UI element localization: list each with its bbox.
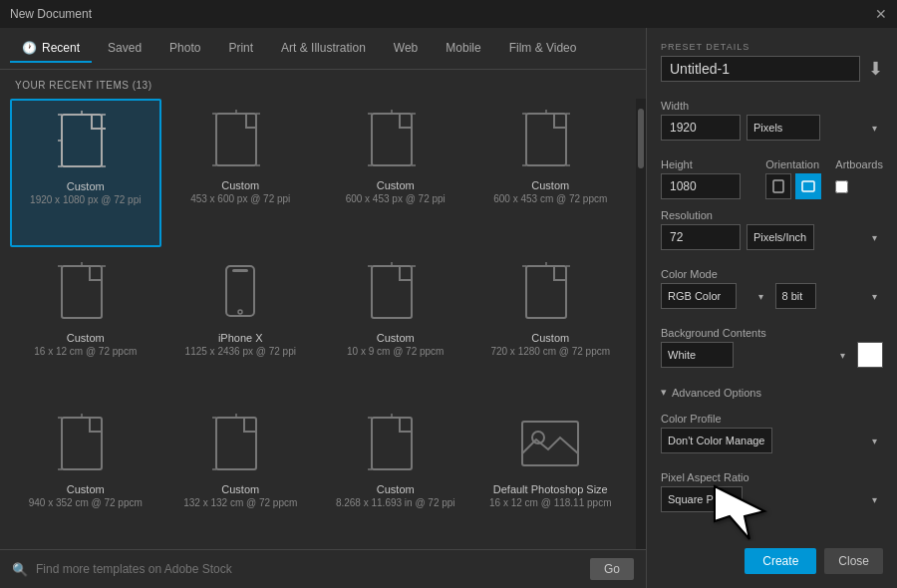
resolution-unit-select[interactable]: Pixels/Inch Pixels/Cm	[747, 224, 814, 250]
height-label: Height	[661, 158, 751, 170]
bg-color-swatch[interactable]	[857, 342, 883, 368]
list-item[interactable]: Custom 1920 x 1080 px @ 72 ppi	[10, 99, 161, 247]
scroll-thumb	[638, 109, 644, 168]
phone-icon	[208, 262, 272, 326]
landscape-button[interactable]	[795, 173, 821, 199]
svg-point-31	[238, 310, 242, 314]
color-profile-select[interactable]: Don't Color Manage sRGB	[661, 428, 772, 453]
svg-rect-0	[62, 115, 102, 166]
svg-rect-36	[526, 266, 566, 318]
item-label: Default Photoshop Size	[493, 483, 608, 495]
svg-rect-19	[526, 114, 566, 165]
width-label: Width	[661, 100, 883, 112]
search-bar: 🔍 Go	[0, 549, 646, 588]
tab-saved[interactable]: Saved	[96, 35, 153, 63]
tab-film[interactable]: Film & Video	[497, 35, 589, 63]
left-panel: 🕐 Recent Saved Photo Print Art & Illustr…	[0, 28, 646, 588]
item-sublabel: 600 x 453 px @ 72 ppi	[346, 193, 446, 204]
scrollbar[interactable]	[636, 99, 646, 549]
list-item[interactable]: Custom 16 x 12 cm @ 72 ppcm	[10, 251, 161, 398]
tab-art[interactable]: Art & Illustration	[269, 35, 378, 63]
tab-web[interactable]: Web	[382, 35, 430, 63]
list-item[interactable]: Custom 10 x 9 cm @ 72 ppcm	[320, 251, 471, 398]
artboards-checkbox[interactable]	[835, 180, 848, 193]
document-icon	[54, 262, 118, 326]
svg-rect-40	[62, 418, 102, 469]
item-label: Custom	[67, 483, 105, 495]
item-sublabel: 720 x 1280 cm @ 72 ppcm	[490, 346, 610, 357]
recent-header: YOUR RECENT ITEMS (13)	[0, 70, 646, 99]
list-item[interactable]: Default Photoshop Size 16 x 12 cm @ 118.…	[475, 403, 627, 549]
search-icon: 🔍	[12, 562, 28, 577]
document-icon	[518, 110, 582, 173]
width-unit-select[interactable]: Pixels Inches Centimeters	[747, 115, 820, 141]
svg-rect-44	[216, 418, 256, 469]
resolution-label: Resolution	[661, 209, 883, 221]
tab-print[interactable]: Print	[216, 35, 265, 63]
document-icon	[518, 262, 582, 326]
item-label: Custom	[221, 179, 259, 191]
height-input[interactable]	[661, 173, 741, 199]
document-icon	[208, 110, 272, 173]
title-bar: New Document ✕	[0, 0, 897, 28]
item-sublabel: 16 x 12 cm @ 118.11 ppcm	[489, 497, 611, 508]
resolution-input[interactable]	[661, 224, 741, 250]
tab-mobile[interactable]: Mobile	[434, 35, 492, 63]
portrait-button[interactable]	[765, 173, 791, 199]
right-panel: PRESET DETAILS ⬇ Width Pixels Inches Cen…	[646, 28, 897, 588]
bg-contents-select[interactable]: White Black Transparent	[661, 342, 734, 368]
preset-title-input[interactable]	[661, 56, 860, 82]
item-label: Custom	[67, 332, 105, 344]
item-label: Custom	[67, 180, 105, 192]
list-item[interactable]: Custom 720 x 1280 cm @ 72 ppcm	[475, 251, 627, 398]
document-icon	[364, 110, 428, 173]
list-item[interactable]: Custom 453 x 600 px @ 72 ppi	[165, 99, 317, 247]
tab-recent[interactable]: 🕐 Recent	[10, 35, 92, 63]
color-depth-select[interactable]: 8 bit 16 bit 32 bit	[775, 283, 816, 309]
svg-rect-48	[372, 418, 412, 469]
svg-rect-54	[773, 180, 783, 192]
svg-rect-32	[372, 266, 412, 318]
item-label: Custom	[377, 179, 415, 191]
item-sublabel: 940 x 352 cm @ 72 ppcm	[29, 497, 143, 508]
width-input[interactable]	[661, 115, 741, 141]
list-item[interactable]: Custom 600 x 453 cm @ 72 ppcm	[475, 99, 627, 247]
item-label: iPhone X	[218, 332, 263, 344]
list-item[interactable]: Custom 132 x 132 cm @ 72 ppcm	[165, 403, 317, 549]
svg-rect-55	[802, 181, 814, 191]
search-input[interactable]	[36, 562, 582, 576]
items-grid: Custom 1920 x 1080 px @ 72 ppi Custom	[0, 99, 636, 549]
bottom-buttons: Create Close	[661, 540, 883, 574]
item-label: Custom	[377, 483, 415, 495]
list-item[interactable]: Custom 940 x 352 cm @ 72 ppcm	[10, 403, 161, 549]
create-button[interactable]: Create	[745, 548, 816, 574]
go-button[interactable]: Go	[590, 558, 634, 580]
window-close-button[interactable]: ✕	[875, 6, 887, 22]
list-item[interactable]: Custom 600 x 453 px @ 72 ppi	[320, 99, 471, 247]
main-container: 🕐 Recent Saved Photo Print Art & Illustr…	[0, 28, 897, 588]
item-sublabel: 1920 x 1080 px @ 72 ppi	[30, 194, 141, 205]
close-button[interactable]: Close	[824, 548, 883, 574]
advanced-options-toggle[interactable]: ▾ Advanced Options	[661, 386, 883, 399]
list-item[interactable]: iPhone X 1125 x 2436 px @ 72 ppi	[165, 251, 317, 398]
recent-clock-icon: 🕐	[22, 41, 37, 55]
pixel-aspect-select[interactable]: Square Pixels	[661, 486, 743, 512]
item-sublabel: 1125 x 2436 px @ 72 ppi	[185, 346, 296, 357]
bg-contents-label: Background Contents	[661, 327, 883, 339]
pixel-aspect-label: Pixel Aspect Ratio	[661, 471, 883, 483]
svg-rect-29	[226, 266, 254, 316]
color-profile-label: Color Profile	[661, 413, 883, 425]
document-icon	[54, 414, 118, 477]
item-label: Custom	[221, 483, 259, 495]
document-icon	[364, 262, 428, 326]
svg-rect-13	[372, 114, 412, 165]
tab-photo[interactable]: Photo	[157, 35, 212, 63]
item-label: Custom	[531, 179, 569, 191]
save-preset-icon[interactable]: ⬇	[868, 58, 883, 80]
item-sublabel: 132 x 132 cm @ 72 ppcm	[183, 497, 297, 508]
color-mode-select[interactable]: RGB Color CMYK Color Grayscale	[661, 283, 737, 309]
svg-rect-52	[522, 422, 578, 465]
tabs-bar: 🕐 Recent Saved Photo Print Art & Illustr…	[0, 28, 646, 70]
item-sublabel: 453 x 600 px @ 72 ppi	[190, 193, 290, 204]
list-item[interactable]: Custom 8.268 x 11.693 in @ 72 ppi	[320, 403, 471, 549]
